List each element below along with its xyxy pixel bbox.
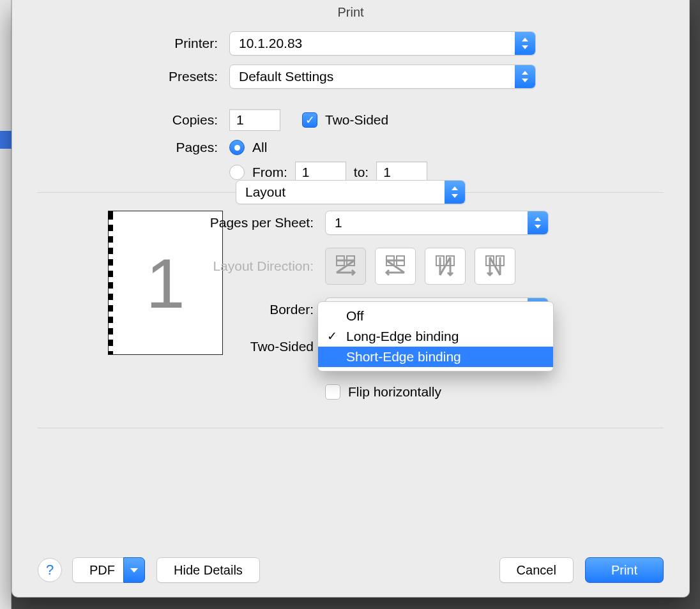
divider xyxy=(38,428,664,428)
two-sided-option-long-edge[interactable]: Long-Edge binding xyxy=(318,326,553,347)
help-button[interactable]: ? xyxy=(38,558,62,582)
chevron-updown-icon xyxy=(445,181,465,204)
pages-from-label: From: xyxy=(252,165,287,180)
layout-direction-2[interactable] xyxy=(375,248,416,285)
help-icon: ? xyxy=(46,562,54,578)
layout-dir-s-icon xyxy=(383,253,408,279)
pages-per-sheet-label: Pages per Sheet: xyxy=(178,215,325,230)
copies-input[interactable] xyxy=(229,109,280,131)
parent-window-edge xyxy=(0,0,11,609)
printer-select[interactable]: 10.1.20.83 xyxy=(229,31,536,56)
pages-label: Pages: xyxy=(38,140,229,155)
print-button[interactable]: Print xyxy=(585,557,664,583)
pages-per-sheet-select[interactable]: 1 xyxy=(325,211,549,235)
two-sided-option-short-edge[interactable]: Short-Edge binding xyxy=(318,347,553,367)
chevron-down-icon xyxy=(123,557,145,583)
section-value: Layout xyxy=(245,184,285,200)
presets-label: Presets: xyxy=(38,69,229,84)
pages-per-sheet-value: 1 xyxy=(335,215,342,230)
layout-dir-n1-icon xyxy=(432,253,458,279)
pdf-menu-button[interactable]: PDF xyxy=(72,557,145,583)
print-dialog: Print Printer: 10.1.20.83 Presets: Defau… xyxy=(11,0,690,598)
pages-to-label: to: xyxy=(354,165,369,180)
printer-label: Printer: xyxy=(38,36,229,51)
hide-details-button[interactable]: Hide Details xyxy=(156,557,260,583)
chevron-updown-icon xyxy=(528,211,548,234)
hide-details-label: Hide Details xyxy=(174,563,243,578)
flip-horizontally-label: Flip horizontally xyxy=(348,384,441,400)
layout-direction-group xyxy=(325,248,515,285)
pages-range-radio[interactable] xyxy=(229,165,245,180)
two-sided-option-off[interactable]: Off xyxy=(318,306,553,326)
two-sided-checkbox[interactable]: ✓ xyxy=(302,112,317,128)
section-select[interactable]: Layout xyxy=(236,180,466,204)
dialog-title: Print xyxy=(12,0,689,31)
pdf-label: PDF xyxy=(89,563,115,578)
print-label: Print xyxy=(611,563,637,578)
presets-select[interactable]: Default Settings xyxy=(229,64,536,89)
two-sided-popup: Off Long-Edge binding Short-Edge binding xyxy=(317,301,554,372)
border-label: Border: xyxy=(178,302,325,317)
layout-direction-1[interactable] xyxy=(325,248,366,285)
presets-value: Default Settings xyxy=(239,69,333,84)
dialog-footer: ? PDF Hide Details Cancel Print xyxy=(38,557,664,583)
printer-value: 10.1.20.83 xyxy=(239,36,302,51)
cancel-label: Cancel xyxy=(517,563,556,578)
pages-all-radio[interactable] xyxy=(229,140,245,155)
chevron-updown-icon xyxy=(515,32,535,55)
flip-horizontally-checkbox[interactable]: ✓ xyxy=(325,384,340,400)
pages-all-label: All xyxy=(252,140,267,155)
two-sided-label: Two-Sided xyxy=(325,112,388,128)
page-preview: 1 xyxy=(38,211,159,412)
layout-direction-3[interactable] xyxy=(425,248,466,285)
layout-direction-label: Layout Direction: xyxy=(178,259,325,274)
layout-direction-4[interactable] xyxy=(475,248,515,285)
copies-label: Copies: xyxy=(38,112,229,128)
layout-dir-n2-icon xyxy=(482,253,508,279)
layout-dir-z-icon xyxy=(333,253,358,279)
chevron-updown-icon xyxy=(515,65,535,88)
cancel-button[interactable]: Cancel xyxy=(499,557,574,583)
two-sided-select-label: Two-Sided xyxy=(178,339,325,354)
